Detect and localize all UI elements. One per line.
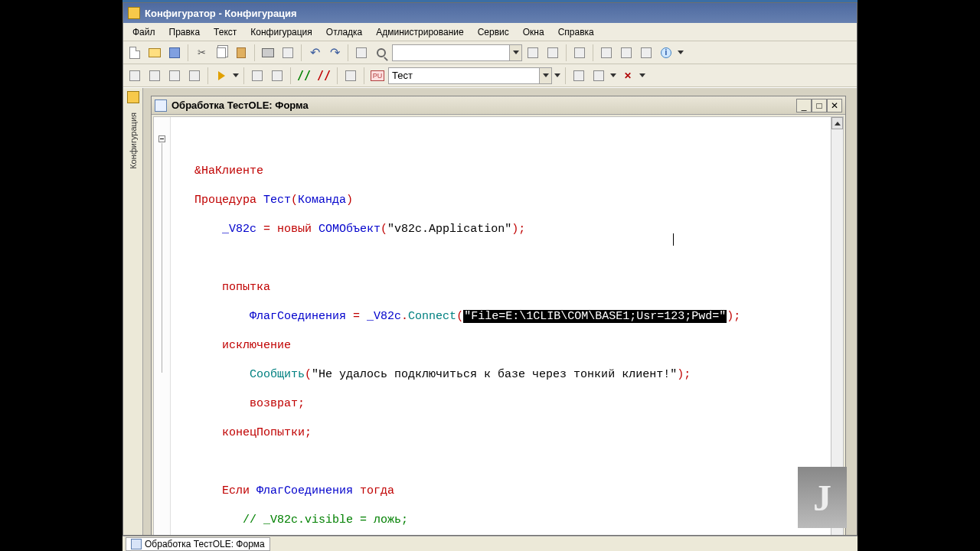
step-over-icon — [272, 70, 283, 81]
redo-button[interactable]: ↷ — [325, 44, 344, 62]
minimize-button[interactable]: _ — [796, 99, 812, 112]
paste-icon — [237, 47, 246, 58]
fold-minus-icon[interactable] — [158, 135, 165, 142]
calendar-button[interactable] — [637, 44, 655, 62]
chevron-down-icon — [233, 73, 239, 77]
uncomment-button[interactable]: // — [315, 67, 333, 85]
maximize-icon: □ — [816, 100, 822, 111]
proc-extra-dropdown[interactable] — [554, 68, 561, 83]
search-prev-button[interactable] — [524, 44, 542, 62]
comment-button[interactable]: // — [295, 67, 313, 85]
taskbar[interactable]: Обработка ТестOLE: Форма — [122, 536, 858, 551]
zoom-icon — [377, 48, 386, 57]
delete-dropdown[interactable] — [639, 68, 646, 83]
search-next-button[interactable] — [544, 44, 562, 62]
print-preview-button[interactable] — [279, 44, 297, 62]
menu-debug[interactable]: Отладка — [320, 25, 368, 39]
run-dropdown[interactable] — [232, 68, 240, 83]
print-button[interactable] — [259, 44, 277, 62]
minimize-icon: _ — [802, 100, 807, 111]
menu-windows[interactable]: Окна — [517, 25, 550, 39]
syntax-help-button[interactable] — [617, 44, 635, 62]
search-combo[interactable] — [392, 44, 522, 61]
cut-button[interactable]: ✂ — [192, 44, 211, 62]
menu-file[interactable]: Файл — [126, 25, 162, 39]
paste-button[interactable] — [232, 44, 250, 62]
taskbar-item-label: Обработка ТестOLE: Форма — [145, 539, 265, 549]
code-editor[interactable]: &НаКлиенте Процедура Тест(Команда) _V82c… — [153, 116, 844, 535]
code-line: Процедура Тест(Команда) — [174, 193, 829, 207]
table-icon — [169, 70, 180, 81]
properties-button[interactable] — [590, 67, 608, 85]
scroll-up-button[interactable] — [831, 117, 843, 129]
breakpoint-button[interactable] — [145, 67, 164, 85]
menu-service[interactable]: Сервис — [472, 25, 515, 39]
undo-button[interactable]: ↶ — [305, 44, 324, 62]
document-titlebar[interactable]: Обработка ТестOLE: Форма _ □ ✕ — [152, 96, 845, 115]
procedure-combo[interactable]: Тест — [388, 67, 552, 84]
copy-special-button[interactable] — [570, 44, 589, 62]
app-icon — [128, 7, 140, 19]
chevron-down-icon — [543, 73, 549, 77]
syntax-assist-button[interactable] — [597, 44, 616, 62]
menu-edit[interactable]: Правка — [163, 25, 207, 39]
close-icon: ✕ — [831, 100, 838, 111]
goto-button[interactable] — [341, 67, 360, 85]
preview-icon — [283, 47, 293, 58]
procedure-value[interactable]: Тест — [389, 70, 539, 81]
app-window: Конфигуратор - Конфигурация Файл Правка … — [122, 2, 858, 536]
code-line: возврат; — [174, 396, 829, 411]
breakpoint-icon — [149, 70, 160, 81]
copy-button[interactable] — [212, 44, 230, 62]
toolbar-main: ✂ ↶ ↷ i — [123, 41, 857, 64]
code-line — [174, 251, 829, 266]
step-into-button[interactable] — [248, 67, 266, 85]
open-button[interactable] — [145, 44, 164, 62]
calendar-icon — [641, 47, 652, 58]
add-file-button[interactable] — [570, 67, 588, 85]
chevron-down-icon — [610, 73, 616, 77]
find-button[interactable] — [352, 44, 371, 62]
code-line: // _V82c.visible = ложь; — [174, 513, 829, 527]
search-dropdown-button[interactable] — [509, 45, 521, 60]
new-button[interactable] — [126, 44, 144, 62]
step-over-button[interactable] — [268, 67, 286, 85]
menu-text[interactable]: Текст — [207, 25, 243, 39]
sidebar: Конфигурация — [123, 88, 143, 535]
gutter[interactable] — [154, 117, 171, 535]
selected-text: "File=E:\1CLIB\COM\BASE1;Usr=123;Pwd=" — [463, 310, 727, 323]
watermark: J — [798, 467, 847, 528]
redo-icon: ↷ — [330, 45, 340, 60]
config-icon — [189, 70, 200, 81]
info-dropdown[interactable] — [677, 45, 684, 60]
run-button[interactable] — [212, 67, 230, 85]
sidebar-config-icon[interactable] — [127, 91, 139, 103]
zoom-button[interactable] — [372, 44, 390, 62]
window-title: Конфигуратор - Конфигурация — [145, 8, 297, 19]
menu-admin[interactable]: Администрирование — [370, 25, 469, 39]
config-button[interactable] — [185, 67, 204, 85]
taskbar-item[interactable]: Обработка ТестOLE: Форма — [126, 537, 270, 551]
menu-help[interactable]: Справка — [552, 25, 600, 39]
bookmark-icon — [129, 70, 140, 81]
info-button[interactable]: i — [657, 44, 675, 62]
document-title: Обработка ТестOLE: Форма — [172, 99, 792, 111]
menubar: Файл Правка Текст Конфигурация Отладка А… — [123, 23, 857, 41]
maximize-button[interactable]: □ — [812, 99, 827, 112]
sidebar-config-label[interactable]: Конфигурация — [129, 112, 138, 169]
save-button[interactable] — [165, 44, 184, 62]
titlebar[interactable]: Конфигуратор - Конфигурация — [123, 3, 857, 23]
procedure-dropdown-button[interactable] — [539, 68, 551, 83]
syntax-icon — [601, 47, 612, 58]
close-button[interactable]: ✕ — [827, 99, 842, 112]
proc-icon-button[interactable]: PU — [368, 67, 387, 85]
bookmark-button[interactable] — [126, 67, 144, 85]
delete-button[interactable]: ✕ — [619, 67, 637, 85]
code-area[interactable]: &НаКлиенте Процедура Тест(Команда) _V82c… — [171, 117, 831, 535]
code-line: Сообщить("Не удалось подключиться к базе… — [174, 367, 829, 382]
pu-icon: PU — [371, 70, 384, 81]
menu-config[interactable]: Конфигурация — [244, 25, 318, 39]
table-button[interactable] — [165, 67, 184, 85]
chevron-down-icon — [678, 51, 684, 54]
properties-dropdown[interactable] — [609, 68, 617, 83]
